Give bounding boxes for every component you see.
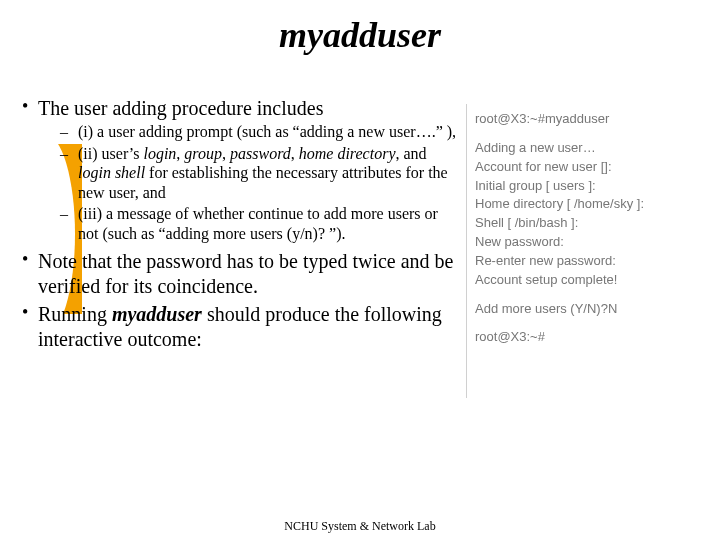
term-line: Account for new user []: (475, 158, 704, 177)
term-line: Account setup complete! (475, 271, 704, 290)
bullet-2-text: Note that the password has to be typed t… (38, 250, 453, 296)
footer: NCHU System & Network Lab (0, 519, 720, 534)
term-line: Adding a new user… (475, 139, 704, 158)
bullet-1: The user adding procedure includes (i) a… (20, 96, 460, 243)
term-line: Home directory [ /home/sky ]: (475, 195, 704, 214)
term-line: root@X3:~#myadduser (475, 110, 704, 129)
term-line: Add more users (Y/N)?N (475, 300, 704, 319)
term-line: Re-enter new password: (475, 252, 704, 271)
sub1-text: (i) a user adding prompt (such as “addin… (78, 123, 456, 140)
sub3-text: (iii) a message of whether continue to a… (78, 205, 438, 242)
sub-bullet-1: (i) a user adding prompt (such as “addin… (38, 122, 460, 142)
slide: myadduser The user adding procedure incl… (0, 14, 720, 540)
term-gap (475, 290, 704, 300)
slide-title: myadduser (0, 14, 720, 56)
sub-bullet-3: (iii) a message of whether continue to a… (38, 204, 460, 243)
terminal-output: root@X3:~#myadduser Adding a new user… A… (466, 104, 708, 398)
bullet-3: Running myadduser should produce the fol… (20, 302, 460, 351)
term-line: Shell [ /bin/bash ]: (475, 214, 704, 233)
term-line: root@X3:~# (475, 328, 704, 347)
term-gap (475, 129, 704, 139)
bullet-2: Note that the password has to be typed t… (20, 249, 460, 298)
sub-bullet-2: (ii) user’s login, group, password, home… (38, 144, 460, 203)
term-gap (475, 318, 704, 328)
content-body: The user adding procedure includes (i) a… (20, 96, 460, 355)
term-line: New password: (475, 233, 704, 252)
bullet-1-text: The user adding procedure includes (38, 97, 323, 119)
term-line: Initial group [ users ]: (475, 177, 704, 196)
